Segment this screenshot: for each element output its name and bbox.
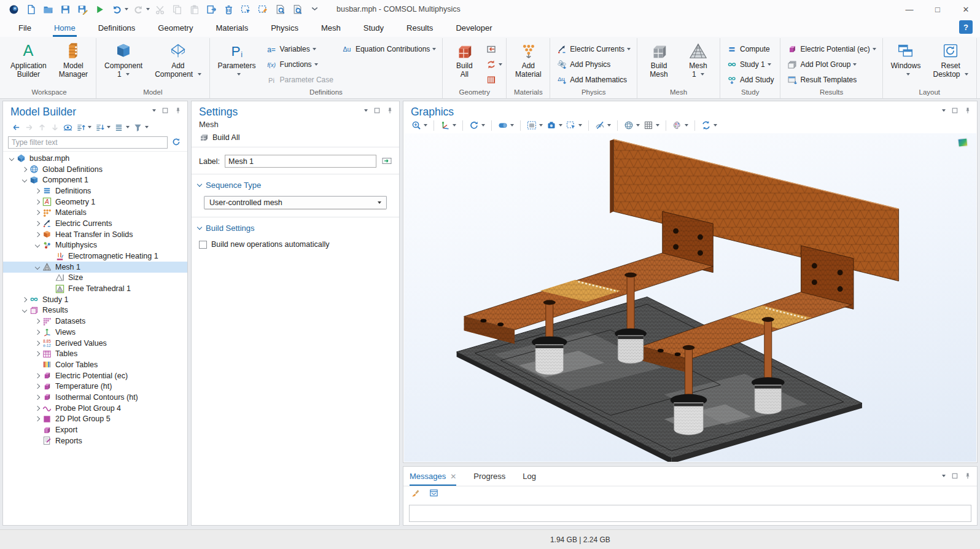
clear-selection-button[interactable]	[255, 2, 270, 17]
add-study-button[interactable]: Add Study	[726, 72, 774, 87]
tree-item-electromagnetic-heating-1[interactable]: Electromagnetic Heating 1	[3, 251, 187, 262]
select-region-button[interactable]	[564, 120, 584, 130]
pin-panel-icon[interactable]	[174, 107, 182, 114]
tree-expander[interactable]	[33, 341, 42, 345]
graphics-canvas[interactable]	[404, 133, 976, 462]
open-file-button[interactable]	[41, 2, 55, 17]
tree-expander[interactable]	[33, 222, 42, 225]
save-button[interactable]	[58, 2, 72, 17]
add-component-button[interactable]: AddComponent	[149, 39, 206, 80]
tree-expander[interactable]	[33, 200, 42, 204]
add-physics-button[interactable]: Add Physics	[556, 56, 631, 72]
sequence-type-section-header[interactable]: Sequence Type	[192, 174, 399, 192]
add-plot-group-button[interactable]: Add Plot Group	[787, 56, 876, 72]
expand-collapse-button[interactable]	[75, 121, 93, 133]
hide-objects-button[interactable]	[593, 120, 613, 130]
grid-button[interactable]	[642, 120, 661, 130]
panel-menu-icon[interactable]	[942, 475, 946, 477]
tree-expander[interactable]	[20, 308, 29, 312]
pin-panel-icon[interactable]	[386, 107, 394, 114]
model-manager-button[interactable]: ModelManager	[53, 39, 93, 80]
menu-tab-geometry[interactable]: Geometry	[157, 20, 194, 36]
tree-item-results[interactable]: Results	[3, 305, 187, 316]
panel-menu-icon[interactable]	[364, 109, 368, 112]
build-settings-section-header[interactable]: Build Settings	[192, 217, 399, 235]
insert-sequence-button[interactable]	[486, 41, 502, 56]
copy-as-image-button[interactable]	[238, 2, 253, 17]
tree-item-materials[interactable]: Materials	[3, 207, 187, 218]
update-geometry-button[interactable]	[486, 56, 502, 72]
maximize-panel-icon[interactable]	[161, 107, 169, 114]
tree-item-study-1[interactable]: Study 1	[3, 294, 187, 305]
tree-expander[interactable]	[33, 319, 42, 323]
result-templates-button[interactable]: Result Templates	[787, 72, 876, 87]
tree-expander[interactable]	[33, 417, 42, 421]
tree-expander[interactable]	[33, 265, 42, 269]
menu-tab-study[interactable]: Study	[362, 20, 385, 36]
menu-tab-results[interactable]: Results	[405, 20, 434, 36]
go-to-view-button[interactable]	[438, 120, 458, 130]
equation-contributions-button[interactable]: ΔuEquation Contributions	[342, 41, 436, 56]
tree-expander[interactable]	[33, 233, 42, 236]
tree-expander[interactable]	[33, 374, 42, 378]
close-button[interactable]: ✕	[952, 0, 980, 18]
tree-expander[interactable]	[20, 298, 29, 302]
save-as-button[interactable]	[75, 2, 90, 17]
menu-tab-developer[interactable]: Developer	[454, 20, 493, 36]
open-message-window-button[interactable]	[427, 488, 440, 497]
tree-item-electric-potential-ec[interactable]: Electric Potential (ec)	[3, 370, 187, 381]
menu-tab-mesh[interactable]: Mesh	[320, 20, 342, 36]
refresh-icon[interactable]	[171, 137, 182, 148]
menu-tab-materials[interactable]: Materials	[214, 20, 249, 36]
toolbar-overflow-button[interactable]	[307, 2, 322, 17]
windows-button[interactable]: Windows	[885, 39, 927, 80]
mesh-1-button[interactable]: Mesh1	[679, 39, 717, 80]
tree-item-color-tables[interactable]: Color Tables	[3, 359, 187, 370]
component-1-button[interactable]: Component1	[99, 39, 148, 80]
search-settings-button[interactable]	[290, 2, 305, 17]
menu-tab-physics[interactable]: Physics	[270, 20, 300, 36]
tree-item-tables[interactable]: Tables	[3, 348, 187, 359]
redo-dropdown-icon[interactable]	[146, 8, 150, 10]
image-snapshot-button[interactable]	[525, 120, 545, 130]
add-material-button[interactable]: AddMaterial	[509, 39, 547, 80]
back-button[interactable]	[10, 121, 22, 133]
tree-item-busbar-mph[interactable]: busbar.mph	[3, 153, 187, 164]
variables-button[interactable]: a=Variables	[266, 41, 333, 56]
application-builder-button[interactable]: AApplicationBuilder	[5, 39, 52, 80]
filter-view-button[interactable]	[132, 121, 150, 133]
tree-expander[interactable]	[20, 178, 29, 182]
add-mathematics-button[interactable]: ΔuAdd Mathematics	[556, 72, 631, 87]
tree-item-export[interactable]: Export	[3, 424, 187, 435]
show-button[interactable]	[62, 121, 74, 133]
tree-expander[interactable]	[33, 352, 42, 356]
new-file-button[interactable]	[23, 2, 38, 17]
tree-item-mesh-1[interactable]: Mesh 1	[3, 262, 187, 273]
tree-item-multiphysics[interactable]: Multiphysics	[3, 240, 187, 251]
scene-light-button[interactable]	[622, 120, 642, 130]
tree-expander[interactable]	[7, 157, 17, 160]
tree-item-isothermal-contours-ht[interactable]: Isothermal Contours (ht)	[3, 392, 187, 403]
tree-expander[interactable]	[33, 395, 42, 399]
sequence-type-select[interactable]: User-controlled mesh	[204, 196, 387, 209]
tree-expander[interactable]	[33, 384, 42, 388]
tab-messages[interactable]: Messages✕	[410, 467, 456, 486]
update-view-button[interactable]	[699, 120, 719, 130]
electric-potential-ec-button[interactable]: Electric Potential (ec)	[787, 41, 876, 56]
tab-progress[interactable]: Progress	[473, 467, 505, 486]
tree-expander[interactable]	[33, 211, 42, 214]
default-view-icon[interactable]	[957, 137, 969, 149]
tree-expander[interactable]	[33, 330, 42, 334]
maximize-panel-icon[interactable]	[951, 472, 959, 480]
model-tree-nodes-button[interactable]	[113, 121, 131, 133]
messages-output[interactable]	[409, 505, 971, 522]
panel-menu-icon[interactable]	[942, 109, 946, 112]
menu-tab-file[interactable]: File	[17, 20, 33, 36]
filter-input[interactable]	[8, 136, 168, 149]
zoom-button[interactable]	[410, 120, 429, 130]
tree-item-views[interactable]: Views	[3, 327, 187, 338]
reset-desktop-button[interactable]: ResetDesktop	[927, 39, 973, 80]
tree-item-free-tetrahedral-1[interactable]: Free Tetrahedral 1	[3, 283, 187, 294]
tree-expander[interactable]	[20, 168, 29, 171]
maximize-panel-icon[interactable]	[951, 107, 959, 114]
